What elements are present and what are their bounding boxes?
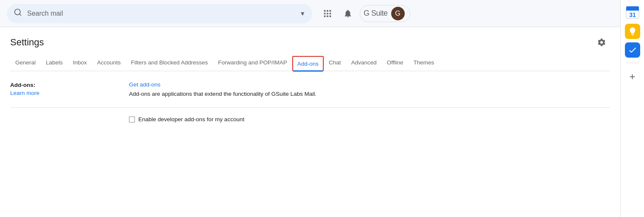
tab-chat[interactable]: Chat bbox=[324, 54, 346, 71]
sidebar-divider bbox=[626, 63, 639, 63]
developer-addons-row: Enable developer add-ons for my account bbox=[10, 108, 610, 131]
header: Search mail ▼ bbox=[0, 0, 620, 27]
svg-rect-3 bbox=[327, 10, 328, 11]
tab-inbox[interactable]: Inbox bbox=[68, 54, 92, 71]
page-title: Settings bbox=[10, 37, 44, 48]
svg-rect-13 bbox=[626, 9, 639, 11]
nav-tabs: General Labels Inbox Accounts Filters an… bbox=[10, 54, 610, 71]
tab-general[interactable]: General bbox=[10, 54, 41, 71]
avatar: G bbox=[391, 7, 405, 20]
search-input-placeholder: Search mail bbox=[27, 10, 300, 17]
tab-filters[interactable]: Filters and Blocked Addresses bbox=[126, 54, 213, 71]
developer-checkbox-wrapper: Enable developer add-ons for my account bbox=[129, 116, 244, 122]
gsuite-badge[interactable]: G Suite G bbox=[360, 5, 410, 22]
svg-rect-5 bbox=[324, 13, 326, 14]
developer-addons-checkbox[interactable] bbox=[129, 117, 135, 122]
right-sidebar: 31 + bbox=[620, 0, 644, 217]
svg-rect-7 bbox=[330, 13, 331, 14]
svg-rect-10 bbox=[330, 15, 331, 17]
settings-container: Settings General Labels Inbox Accounts F… bbox=[0, 27, 620, 131]
tab-accounts[interactable]: Accounts bbox=[92, 54, 126, 71]
gear-button[interactable] bbox=[593, 34, 610, 51]
settings-title-row: Settings bbox=[10, 34, 610, 51]
search-dropdown-icon[interactable]: ▼ bbox=[300, 10, 305, 17]
search-icon bbox=[14, 8, 22, 19]
svg-text:31: 31 bbox=[629, 11, 636, 18]
tab-themes[interactable]: Themes bbox=[408, 54, 439, 71]
tab-labels[interactable]: Labels bbox=[41, 54, 68, 71]
header-icons: G Suite G bbox=[319, 5, 410, 22]
notifications-button[interactable] bbox=[339, 5, 356, 22]
get-addons-link[interactable]: Get add-ons bbox=[129, 81, 610, 88]
addons-label-col: Add-ons: Learn more bbox=[10, 81, 129, 96]
tab-advanced[interactable]: Advanced bbox=[346, 54, 382, 71]
addons-description: Add-ons are applications that extend the… bbox=[129, 91, 316, 97]
addons-content: Get add-ons Add-ons are applications tha… bbox=[129, 81, 610, 97]
gsuite-label: G Suite bbox=[364, 9, 388, 18]
developer-addons-label: Enable developer add-ons for my account bbox=[138, 116, 244, 122]
tab-addons[interactable]: Add-ons bbox=[292, 56, 324, 71]
add-app-button[interactable]: + bbox=[624, 68, 641, 85]
tab-offline[interactable]: Offline bbox=[382, 54, 409, 71]
svg-rect-8 bbox=[324, 15, 326, 17]
addons-label: Add-ons: bbox=[10, 82, 35, 88]
learn-more-link[interactable]: Learn more bbox=[10, 90, 119, 96]
calendar-sidebar-icon[interactable]: 31 bbox=[624, 3, 641, 20]
svg-line-1 bbox=[20, 14, 21, 16]
svg-rect-9 bbox=[327, 15, 328, 17]
tasks-sidebar-icon[interactable] bbox=[625, 42, 640, 58]
tab-forwarding[interactable]: Forwarding and POP/IMAP bbox=[213, 54, 292, 71]
addons-setting-row: Add-ons: Learn more Get add-ons Add-ons … bbox=[10, 71, 610, 108]
content-area: Add-ons: Learn more Get add-ons Add-ons … bbox=[10, 71, 610, 131]
svg-rect-2 bbox=[324, 10, 326, 11]
apps-grid-button[interactable] bbox=[319, 5, 336, 22]
search-bar[interactable]: Search mail ▼ bbox=[7, 4, 312, 23]
keep-sidebar-icon[interactable] bbox=[625, 24, 640, 39]
svg-rect-4 bbox=[330, 10, 331, 11]
svg-rect-6 bbox=[327, 13, 328, 14]
